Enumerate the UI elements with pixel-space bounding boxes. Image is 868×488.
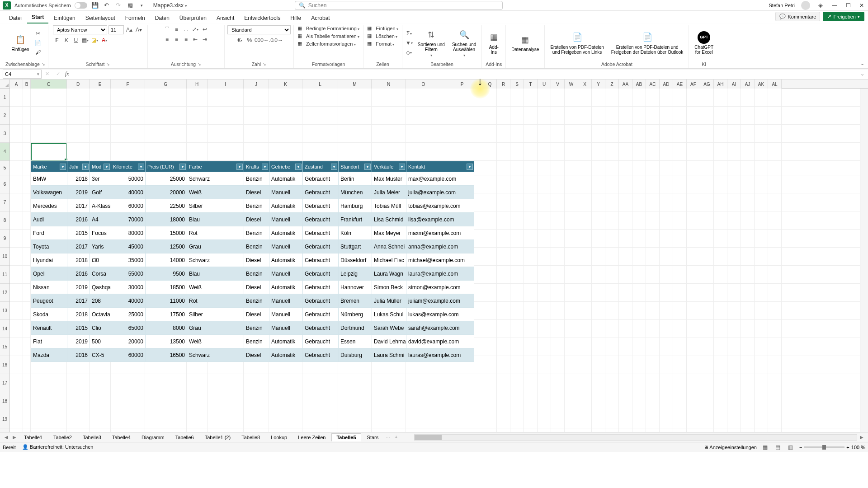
clear-icon[interactable]: ◇ xyxy=(405,48,413,56)
row-header-19[interactable]: 19 xyxy=(0,410,9,428)
column-header-AD[interactable]: AD xyxy=(660,80,673,89)
row-header-10[interactable]: 10 xyxy=(0,248,9,266)
row-header-16[interactable]: 16 xyxy=(0,356,9,374)
autosave-toggle[interactable] xyxy=(75,2,87,9)
table-cell[interactable]: Bremen xyxy=(339,294,372,308)
table-cell[interactable]: Automatik xyxy=(269,199,303,213)
table-cell[interactable]: 2017 xyxy=(67,294,90,308)
table-header[interactable]: Jahr▾ xyxy=(67,161,90,172)
table-cell[interactable]: Michael Fisc xyxy=(372,253,406,267)
column-header-G[interactable]: G xyxy=(145,80,187,89)
filter-button[interactable]: ▾ xyxy=(364,164,371,170)
table-cell[interactable]: 208 xyxy=(90,294,111,308)
table-cell[interactable]: Manuell xyxy=(269,186,303,199)
user-avatar[interactable] xyxy=(801,1,810,10)
column-header-Y[interactable]: Y xyxy=(592,80,605,89)
table-header[interactable]: Kontakt▾ xyxy=(406,161,474,172)
percent-icon[interactable]: % xyxy=(245,36,254,44)
table-cell[interactable]: Weiß xyxy=(187,281,244,294)
table-cell[interactable]: 18500 xyxy=(146,281,187,294)
table-cell[interactable]: Benzin xyxy=(244,240,269,253)
table-cell[interactable]: Düsseldorf xyxy=(339,253,372,267)
row-header-11[interactable]: 11 xyxy=(0,266,9,284)
ribbon-tab-seitenlayout[interactable]: Seitenlayout xyxy=(81,13,120,23)
table-cell[interactable]: Diesel xyxy=(244,281,269,294)
sheet-tab-tabelle6[interactable]: Tabelle6 xyxy=(170,433,199,441)
table-cell[interactable]: Gebraucht xyxy=(303,267,339,281)
table-cell[interactable]: 2015 xyxy=(67,321,90,335)
table-cell[interactable]: Diesel xyxy=(244,213,269,226)
column-header-I[interactable]: I xyxy=(208,80,244,89)
table-cell[interactable]: 65000 xyxy=(111,321,146,335)
table-cell[interactable]: Julia Meier xyxy=(372,186,406,199)
table-cell[interactable]: Weiß xyxy=(187,335,244,348)
table-cell[interactable]: Duisburg xyxy=(339,348,372,362)
table-cell[interactable]: maxm@example.com xyxy=(406,226,474,240)
column-header-AK[interactable]: AK xyxy=(755,80,768,89)
table-cell[interactable]: sarah@example.com xyxy=(406,321,474,335)
name-box[interactable]: C4▾ xyxy=(3,70,42,79)
bold-icon[interactable]: F xyxy=(53,36,61,44)
filter-button[interactable]: ▾ xyxy=(60,164,66,170)
table-cell[interactable]: Fiat xyxy=(31,335,67,348)
table-cell[interactable]: 20000 xyxy=(146,186,187,199)
row-header-4[interactable]: 4 xyxy=(0,143,9,161)
orientation-icon[interactable]: ⤢ xyxy=(191,25,199,33)
qat-dropdown-icon[interactable]: ▾ xyxy=(138,1,146,9)
table-cell[interactable]: 15000 xyxy=(146,226,187,240)
column-header-H[interactable]: H xyxy=(187,80,208,89)
ribbon-tab-datei[interactable]: Datei xyxy=(5,13,26,23)
table-row[interactable]: Toyota2017Yaris4500012500GrauBenzinManue… xyxy=(31,240,474,253)
ribbon-tab-daten[interactable]: Daten xyxy=(151,13,174,23)
camera-icon[interactable]: ▩ xyxy=(126,1,134,9)
table-row[interactable]: Skoda2018Octavia2500017500SilberDieselMa… xyxy=(31,308,474,321)
copy-icon[interactable]: 📄 xyxy=(34,39,42,47)
scrollbar-thumb[interactable] xyxy=(415,435,442,440)
table-cell[interactable]: Diesel xyxy=(244,186,269,199)
sheet-tab-leerezeilen[interactable]: Leere Zeilen xyxy=(293,433,330,441)
table-cell[interactable]: laura@example.com xyxy=(406,267,474,281)
font-launcher-icon[interactable]: ↘ xyxy=(106,62,110,66)
table-cell[interactable]: 500 xyxy=(90,335,111,348)
ribbon-tab-ansicht[interactable]: Ansicht xyxy=(212,13,239,23)
table-cell[interactable]: 3er xyxy=(90,172,111,186)
cut-icon[interactable]: ✂ xyxy=(34,29,42,38)
table-cell[interactable]: Diesel xyxy=(244,253,269,267)
ribbon-tab-acrobat[interactable]: Acrobat xyxy=(307,13,334,23)
table-cell[interactable]: Manuell xyxy=(269,267,303,281)
table-cell[interactable]: Hyundai xyxy=(31,253,67,267)
table-cell[interactable]: Ford xyxy=(31,226,67,240)
table-cell[interactable]: 18000 xyxy=(146,213,187,226)
table-cell[interactable]: max@example.com xyxy=(406,172,474,186)
chatgpt-button[interactable]: GPT ChatGPT for Excel xyxy=(692,30,716,56)
wrap-text-icon[interactable]: ↩ xyxy=(201,25,209,33)
table-cell[interactable]: Automatik xyxy=(269,253,303,267)
table-cell[interactable]: Blau xyxy=(187,213,244,226)
select-all-button[interactable] xyxy=(0,80,10,89)
table-cell[interactable]: 40000 xyxy=(111,294,146,308)
row-header-14[interactable]: 14 xyxy=(0,320,9,338)
table-cell[interactable]: Frankfurt xyxy=(339,213,372,226)
column-header-C[interactable]: C xyxy=(31,80,67,89)
table-cell[interactable]: Corsa xyxy=(90,267,111,281)
table-cell[interactable]: Automatik xyxy=(269,281,303,294)
currency-icon[interactable]: € xyxy=(236,36,244,44)
formula-input[interactable] xyxy=(71,70,857,79)
search-box[interactable]: 🔍 Suchen xyxy=(295,1,503,10)
autosum-icon[interactable]: Σ xyxy=(405,29,413,38)
table-cell[interactable]: 2018 xyxy=(67,253,90,267)
table-cell[interactable]: Manuell xyxy=(269,308,303,321)
table-cell[interactable]: Max Meyer xyxy=(372,226,406,240)
row-header-17[interactable]: 17 xyxy=(0,374,9,392)
table-cell[interactable]: lauras@example.com xyxy=(406,348,474,362)
table-cell[interactable]: Nürnberg xyxy=(339,308,372,321)
cancel-formula-icon[interactable]: ✕ xyxy=(43,70,51,78)
table-cell[interactable]: Grau xyxy=(187,321,244,335)
table-cell[interactable]: 30000 xyxy=(111,281,146,294)
font-color-icon[interactable]: A xyxy=(100,36,108,44)
table-cell[interactable]: Gebraucht xyxy=(303,213,339,226)
row-header-6[interactable]: 6 xyxy=(0,175,9,193)
font-size-input[interactable] xyxy=(108,25,124,34)
table-cell[interactable]: 11000 xyxy=(146,294,187,308)
table-cell[interactable]: 25000 xyxy=(111,308,146,321)
